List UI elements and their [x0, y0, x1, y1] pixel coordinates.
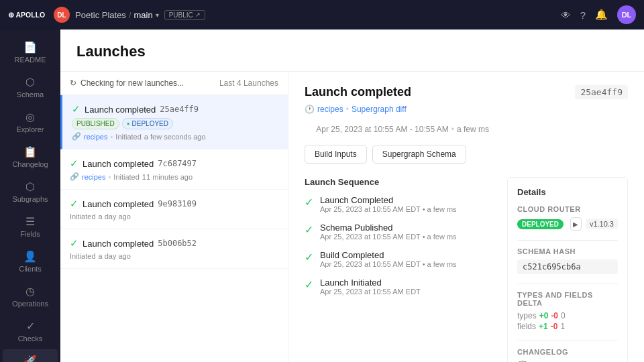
loading-spinner: ↻ [70, 78, 76, 88]
eye-icon[interactable]: 👁 [561, 9, 571, 21]
sidebar-item-label: Subgraphs [12, 195, 48, 203]
sequence-item: ✓ Build Completed Apr 25, 2023 at 10:55 … [305, 250, 494, 268]
apollo-logo: ⊕ APOLLO [8, 9, 48, 20]
changelog-section: Changelog 📋 main [517, 348, 618, 362]
divider [517, 284, 618, 284]
deployed-badge: DEPLOYED [122, 118, 173, 129]
clock-icon: 🕐 [305, 105, 315, 114]
divider [517, 240, 618, 241]
sidebar-item-changelog[interactable]: 📋 Changelog [3, 140, 58, 174]
right-details: Details Cloud Router DEPLOYED ▶ v1.10.3 [494, 177, 628, 362]
page-title: Launches [76, 43, 628, 60]
detail-actions: Build Inputs Supergraph Schema [305, 145, 628, 164]
sidebar-item-checks[interactable]: ✓ Checks [3, 314, 58, 348]
sidebar-item-subgraphs[interactable]: ⬡ Subgraphs [3, 175, 58, 208]
sidebar-item-label: Checks [18, 335, 43, 343]
sidebar-item-explorer[interactable]: ◎ Explorer [3, 105, 58, 139]
sidebar: 📄 README ⬡ Schema ◎ Explorer 📋 Changelog… [0, 29, 60, 362]
launches-list: ↻ Checking for new launches... Last 4 La… [60, 72, 288, 362]
sequence-item: ✓ Launch Completed Apr 25, 2023 at 10:55… [305, 195, 494, 213]
external-link-icon: ↗ [195, 11, 201, 18]
details-title: Details [517, 187, 618, 197]
fields-icon: ☰ [25, 215, 35, 228]
sidebar-item-label: Fields [20, 230, 40, 238]
list-item[interactable]: ✓ Launch completed 9e983109 Initiated a … [60, 190, 288, 229]
sequence-title: Launch Sequence [305, 177, 494, 187]
build-inputs-button[interactable]: Build Inputs [305, 145, 367, 164]
check-icon: ✓ [305, 278, 313, 291]
explorer-icon: ◎ [25, 111, 35, 123]
check-icon: ✓ [305, 196, 313, 208]
content-area: Launches ↻ Checking for new launches... … [60, 29, 644, 362]
success-icon: ✓ [70, 158, 78, 170]
recipes-link[interactable]: recipes [84, 133, 107, 141]
breadcrumb: Poetic Plates / main ▾ [75, 10, 159, 20]
check-icon: ✓ [305, 223, 313, 236]
sidebar-item-readme[interactable]: 📄 README [3, 36, 58, 69]
schema-hash-section: Schema Hash c521c695cb6a [517, 247, 618, 274]
help-icon[interactable]: ? [580, 9, 586, 21]
delta-section: Types and Fields Delta types +0 -0 0 fie… [517, 291, 618, 331]
sidebar-item-launches[interactable]: 🚀 Launches [3, 349, 58, 362]
topnav: ⊕ APOLLO DL Poetic Plates / main ▾ PUBLI… [0, 0, 644, 29]
play-button[interactable]: ▶ [570, 217, 582, 231]
schema-icon: ⬡ [25, 76, 35, 88]
meta-icon: 🔗 [72, 132, 81, 141]
sidebar-item-clients[interactable]: 👤 Clients [3, 245, 58, 278]
list-header: ↻ Checking for new launches... Last 4 La… [60, 72, 288, 95]
list-item[interactable]: ✓ Launch completed 7c687497 🔗 recipes • … [60, 149, 288, 190]
svg-text:⊕ APOLLO: ⊕ APOLLO [8, 11, 45, 19]
user-avatar[interactable]: DL [617, 5, 636, 24]
detail-header: Launch completed 25ae4ff9 [305, 85, 628, 99]
success-icon: ✓ [72, 103, 80, 115]
published-badge: PUBLISHED [72, 118, 119, 129]
details-box: Details Cloud Router DEPLOYED ▶ v1.10.3 [507, 177, 628, 362]
divider [517, 341, 618, 341]
launch-meta: Initiated a day ago [70, 252, 278, 260]
recipes-link[interactable]: recipes [82, 173, 105, 181]
success-icon: ✓ [70, 237, 78, 249]
main-layout: 📄 README ⬡ Schema ◎ Explorer 📋 Changelog… [0, 29, 644, 362]
recipes-link[interactable]: recipes [317, 105, 343, 114]
check-icon: ✓ [305, 251, 313, 263]
workspace-avatar[interactable]: DL [54, 7, 70, 23]
supergraph-schema-button[interactable]: Supergraph Schema [372, 145, 466, 164]
detail-title: Launch completed [305, 85, 411, 99]
changelog-icon: 📋 [23, 145, 37, 158]
chevron-down-icon[interactable]: ▾ [156, 11, 159, 19]
list-item[interactable]: ✓ Launch completed 25ae4ff9 PUBLISHED DE… [60, 95, 288, 149]
detail-panel: Launch completed 25ae4ff9 🕐 recipes • Su… [288, 72, 644, 362]
supergraph-diff-link[interactable]: Supergraph diff [352, 105, 407, 114]
breadcrumb-project[interactable]: Poetic Plates [75, 10, 126, 20]
readme-icon: 📄 [23, 41, 37, 54]
detail-hash: 25ae4ff9 [575, 85, 628, 99]
deployed-badge: DEPLOYED [517, 219, 564, 229]
topnav-actions: 👁 ? 🔔 DL [561, 5, 636, 24]
detail-main: Launch Sequence ✓ Launch Completed Apr 2… [305, 177, 628, 362]
sidebar-item-schema[interactable]: ⬡ Schema [3, 70, 58, 104]
sidebar-item-label: Changelog [12, 160, 48, 168]
sidebar-item-operations[interactable]: ◷ Operations [3, 280, 58, 313]
cloud-router-section: Cloud Router DEPLOYED ▶ v1.10.3 [517, 205, 618, 231]
subgraphs-icon: ⬡ [25, 180, 35, 193]
launch-meta: Initiated a day ago [70, 213, 278, 221]
launch-meta: 🔗 recipes • Initiated 11 minutes ago [70, 172, 278, 181]
launches-icon: 🚀 [23, 355, 37, 362]
meta-icon: 🔗 [70, 172, 79, 181]
types-delta: types +0 -0 0 [517, 311, 618, 320]
bell-icon[interactable]: 🔔 [595, 9, 608, 21]
sidebar-item-label: README [14, 56, 46, 64]
sidebar-item-fields[interactable]: ☰ Fields [3, 210, 58, 243]
sidebar-item-label: Clients [19, 265, 42, 273]
clients-icon: 👤 [23, 250, 37, 263]
checking-indicator: ↻ Checking for new launches... [70, 78, 184, 88]
schema-hash-value: c521c695cb6a [517, 259, 618, 274]
checks-icon: ✓ [26, 320, 35, 333]
detail-date: Apr 25, 2023 at 10:55 AM - 10:55 AM • a … [305, 125, 628, 134]
sidebar-item-label: Operations [12, 300, 48, 308]
launches-panel: ↻ Checking for new launches... Last 4 La… [60, 72, 644, 362]
launch-sequence-section: Launch Sequence ✓ Launch Completed Apr 2… [305, 177, 494, 296]
list-item[interactable]: ✓ Launch completed 5b006b52 Initiated a … [60, 229, 288, 269]
launch-meta: 🔗 recipes • Initiated a few seconds ago [72, 132, 278, 141]
operations-icon: ◷ [25, 285, 35, 298]
